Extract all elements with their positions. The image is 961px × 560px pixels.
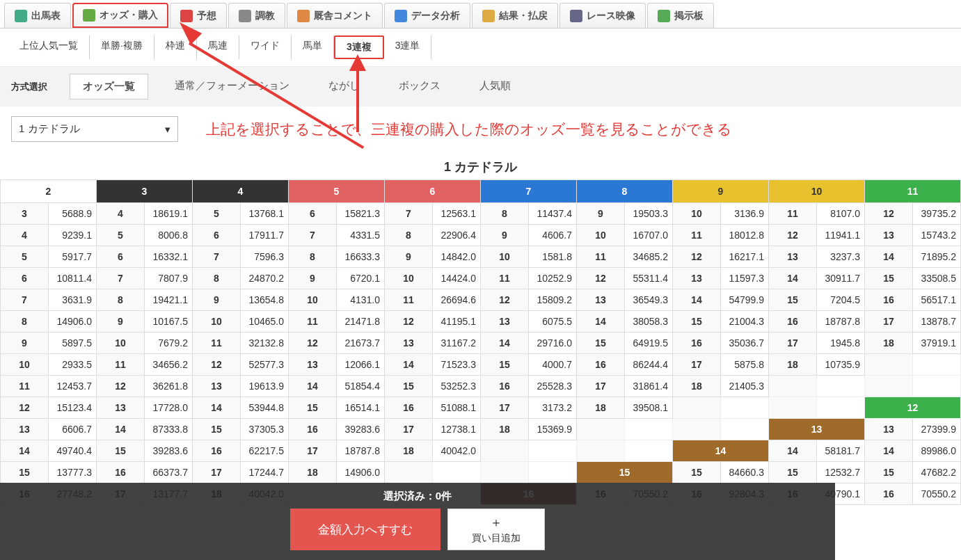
odds-value[interactable]: 16217.1: [721, 246, 769, 268]
odds-value[interactable]: 18787.8: [337, 440, 385, 462]
main-tab-target[interactable]: 予想: [170, 3, 227, 28]
method-tab-3[interactable]: ボックス: [386, 74, 453, 99]
odds-value[interactable]: 3136.9: [721, 203, 769, 225]
odds-value[interactable]: 1945.8: [817, 333, 865, 354]
odds-value[interactable]: 66373.7: [145, 462, 193, 483]
odds-value[interactable]: 15809.2: [529, 289, 577, 311]
odds-value[interactable]: 12532.7: [817, 462, 865, 483]
odds-value[interactable]: 33508.5: [913, 268, 961, 289]
odds-value[interactable]: 39735.2: [913, 203, 961, 225]
odds-value[interactable]: 39283.6: [145, 440, 193, 462]
odds-value[interactable]: 17244.7: [241, 462, 289, 483]
odds-value[interactable]: 19503.3: [625, 203, 673, 225]
odds-value[interactable]: 71895.2: [913, 246, 961, 268]
odds-value[interactable]: 4131.0: [337, 289, 385, 311]
sub-tab-3[interactable]: 馬連: [197, 35, 239, 59]
odds-value[interactable]: 11941.1: [817, 225, 865, 246]
sub-tab-7[interactable]: 3連単: [384, 35, 432, 59]
odds-value[interactable]: 12738.1: [433, 419, 481, 440]
odds-value[interactable]: 86244.4: [625, 354, 673, 376]
odds-value[interactable]: 16332.1: [145, 246, 193, 268]
main-tab-board[interactable]: 掲示板: [647, 3, 714, 28]
odds-value[interactable]: 31861.4: [625, 376, 673, 397]
odds-value[interactable]: 21673.7: [337, 333, 385, 354]
odds-value[interactable]: 13878.7: [913, 311, 961, 333]
odds-value[interactable]: 18787.8: [817, 311, 865, 333]
odds-value[interactable]: 17728.0: [145, 397, 193, 419]
odds-value[interactable]: 13654.8: [241, 289, 289, 311]
odds-value[interactable]: 56517.1: [913, 289, 961, 311]
odds-value[interactable]: 15123.4: [49, 397, 97, 419]
odds-value[interactable]: 10252.9: [529, 268, 577, 289]
odds-value[interactable]: 39508.1: [625, 397, 673, 419]
odds-value[interactable]: 64919.5: [625, 333, 673, 354]
odds-value[interactable]: 89986.0: [913, 440, 961, 462]
odds-value[interactable]: 3173.2: [529, 397, 577, 419]
odds-value[interactable]: 21004.3: [721, 311, 769, 333]
odds-value[interactable]: 4000.7: [529, 354, 577, 376]
odds-value[interactable]: 51088.1: [433, 397, 481, 419]
odds-value[interactable]: 6720.1: [337, 268, 385, 289]
odds-value[interactable]: 36261.8: [145, 376, 193, 397]
odds-value[interactable]: 21471.8: [337, 311, 385, 333]
odds-value[interactable]: 37305.3: [241, 419, 289, 440]
odds-value[interactable]: 53252.3: [433, 376, 481, 397]
odds-value[interactable]: 84660.3: [721, 462, 769, 483]
odds-value[interactable]: 3631.9: [49, 289, 97, 311]
odds-value[interactable]: 16707.0: [625, 225, 673, 246]
odds-value[interactable]: 4606.7: [529, 225, 577, 246]
odds-value[interactable]: 30911.7: [817, 268, 865, 289]
odds-value[interactable]: 8107.0: [817, 203, 865, 225]
odds-value[interactable]: 12066.1: [337, 354, 385, 376]
odds-value[interactable]: 22906.4: [433, 225, 481, 246]
odds-value[interactable]: 36549.3: [625, 289, 673, 311]
odds-value[interactable]: 38058.3: [625, 311, 673, 333]
odds-value[interactable]: 1581.8: [529, 246, 577, 268]
odds-value[interactable]: 5875.8: [721, 354, 769, 376]
odds-value[interactable]: 8006.8: [145, 225, 193, 246]
odds-value[interactable]: 16633.3: [337, 246, 385, 268]
sub-tab-4[interactable]: ワイド: [239, 35, 292, 59]
odds-value[interactable]: 47682.2: [913, 462, 961, 483]
main-tab-clock[interactable]: 調教: [228, 3, 285, 28]
odds-value[interactable]: 32132.8: [241, 333, 289, 354]
odds-value[interactable]: 5688.9: [49, 203, 97, 225]
main-tab-video[interactable]: レース映像: [559, 3, 646, 28]
odds-value[interactable]: 24870.2: [241, 268, 289, 289]
odds-value[interactable]: 15821.3: [337, 203, 385, 225]
odds-value[interactable]: 54799.9: [721, 289, 769, 311]
odds-value[interactable]: 87333.8: [145, 419, 193, 440]
odds-value[interactable]: 27399.9: [913, 419, 961, 440]
odds-value[interactable]: 15743.2: [913, 225, 961, 246]
method-tab-0[interactable]: オッズ一覧: [70, 74, 148, 99]
odds-value[interactable]: 41195.1: [433, 311, 481, 333]
odds-value[interactable]: 18012.8: [721, 225, 769, 246]
horse-select[interactable]: 1 カテドラル ▾: [11, 116, 178, 142]
odds-value[interactable]: 21405.3: [721, 376, 769, 397]
sub-tab-5[interactable]: 馬単: [292, 35, 334, 59]
odds-value[interactable]: 14906.0: [337, 462, 385, 483]
odds-value[interactable]: 6606.7: [49, 419, 97, 440]
odds-value[interactable]: 34685.2: [625, 246, 673, 268]
odds-value[interactable]: 12563.1: [433, 203, 481, 225]
odds-value[interactable]: 19613.9: [241, 376, 289, 397]
odds-value[interactable]: 34656.2: [145, 354, 193, 376]
odds-value[interactable]: 55311.4: [625, 268, 673, 289]
odds-value[interactable]: 11597.3: [721, 268, 769, 289]
odds-value[interactable]: 13768.1: [241, 203, 289, 225]
odds-value[interactable]: 13777.3: [49, 462, 97, 483]
odds-value[interactable]: 7807.9: [145, 268, 193, 289]
odds-value[interactable]: 7679.2: [145, 333, 193, 354]
odds-value[interactable]: 35036.7: [721, 333, 769, 354]
odds-value[interactable]: 25528.3: [529, 376, 577, 397]
main-tab-odds[interactable]: オッズ・購入: [72, 3, 168, 28]
odds-value[interactable]: 31167.2: [433, 333, 481, 354]
odds-value[interactable]: 17911.7: [241, 225, 289, 246]
odds-value[interactable]: 7204.5: [817, 289, 865, 311]
odds-value[interactable]: 71523.3: [433, 354, 481, 376]
odds-value[interactable]: 10167.5: [145, 311, 193, 333]
sub-tab-1[interactable]: 単勝·複勝: [90, 35, 154, 59]
odds-value[interactable]: 51854.4: [337, 376, 385, 397]
main-tab-comment[interactable]: 厩舎コメント: [287, 3, 383, 28]
odds-value[interactable]: 62217.5: [241, 440, 289, 462]
